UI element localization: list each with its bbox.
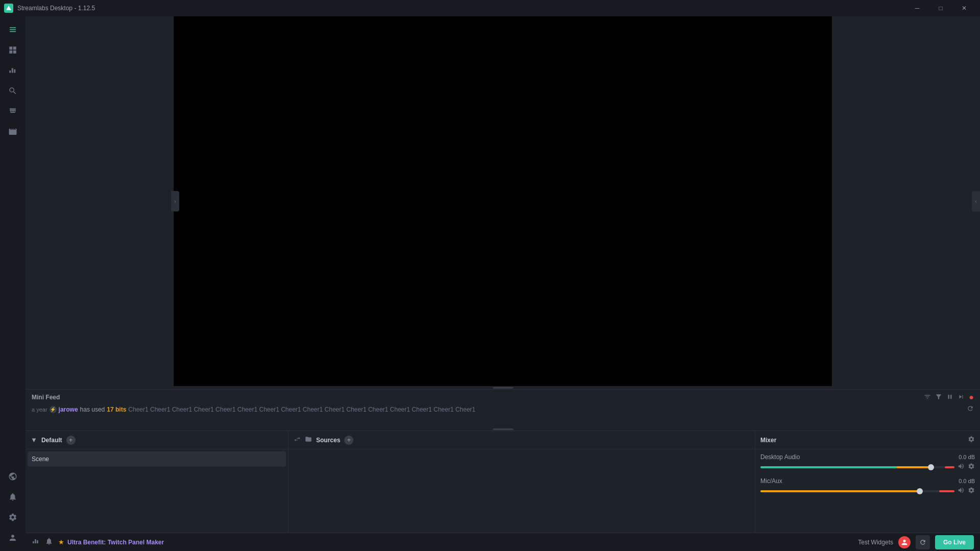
sidebar-item-notifications[interactable] [4,488,22,506]
titlebar: Streamlabs Desktop - 1.12.5 ─ □ ✕ [0,0,980,16]
test-avatar[interactable] [898,536,911,548]
bottom-panels: ▼ Default + Scene Sources [26,430,980,533]
preview-area: › ‹ [26,16,980,386]
mixer-track-desktop-name: Desktop Audio [760,453,800,461]
svg-rect-0 [9,46,12,50]
mixer-track-mic-header: Mic/Aux 0.0 dB [760,477,975,485]
mixer-header: Mixer [755,431,980,449]
sources-title: Sources [316,437,340,444]
sidebar-item-stats[interactable] [4,61,22,80]
mixer-track-desktop-db: 0.0 dB [959,454,975,460]
sources-transition-icon[interactable] [294,436,301,444]
filter-icon[interactable] [924,393,931,402]
mini-feed-controls: ● [924,393,974,402]
sidebar-item-settings[interactable] [4,508,22,526]
sidebar-item-dashboard[interactable] [4,41,22,59]
svg-rect-2 [9,51,12,54]
mixer-desktop-fill [760,466,931,468]
close-button[interactable]: ✕ [952,0,976,16]
main-container: › ‹ Mini Feed [0,16,980,551]
feed-event-icon: ⚡ [50,406,57,413]
funnel-icon[interactable] [935,393,942,402]
bell-icon[interactable] [45,537,53,547]
feed-message: Cheer1 Cheer1 Cheer1 Cheer1 Cheer1 Cheer… [128,406,475,413]
collapse-right-toggle[interactable]: ‹ [972,191,980,211]
mini-feed-title: Mini Feed [32,394,60,401]
scenes-header: ▼ Default + [26,431,288,449]
mini-feed-header: Mini Feed ● [26,390,980,404]
status-left: ★ Ultra Benefit: Twitch Panel Maker [32,537,164,547]
sidebar-item-media[interactable] [4,123,22,141]
test-widgets-label: Test Widgets [858,539,893,546]
mixer-track-desktop-header: Desktop Audio 0.0 dB [760,453,975,461]
mixer-track-mic-controls [760,487,975,495]
app-icon [4,4,13,13]
sources-list [289,449,755,533]
collapse-left-toggle[interactable]: › [171,191,179,211]
mixer-settings-icon[interactable] [968,436,975,444]
mixer-desktop-thumb[interactable] [928,464,934,470]
ultra-benefit-text[interactable]: Ultra Benefit: Twitch Panel Maker [67,539,164,546]
right-panel [832,16,980,386]
maximize-button[interactable]: □ [929,0,952,16]
mixer-track-desktop-controls [760,463,975,471]
svg-rect-1 [13,46,16,50]
mixer-desktop-slider-bg [760,466,954,468]
mixer-mic-thumb[interactable] [917,488,923,494]
sidebar-item-studio[interactable] [4,20,22,39]
sources-add-button[interactable]: + [344,436,353,445]
mixer-mic-settings-icon[interactable] [968,487,975,495]
skip-icon[interactable] [958,393,965,402]
ultra-benefit-banner: ★ Ultra Benefit: Twitch Panel Maker [58,538,164,546]
mixer-track-desktop: Desktop Audio 0.0 dB [760,453,975,471]
titlebar-controls: ─ □ ✕ [905,0,976,16]
sidebar [0,16,26,551]
indicator-dot-feed: ● [969,393,974,402]
mini-feed-content: a year ⚡ jarowe has used 17 bits Cheer1 … [26,404,980,417]
sidebar-item-integrations[interactable] [4,467,22,486]
feed-refresh-icon[interactable] [967,405,974,414]
status-bar: ★ Ultra Benefit: Twitch Panel Maker Test… [26,533,980,551]
resize-handle-bar [493,387,513,389]
ultra-star-icon: ★ [58,538,64,546]
sidebar-bottom [4,467,22,547]
resize-handle-bar-2 [493,428,513,430]
mixer-mic-volume-icon[interactable] [958,487,965,495]
sidebar-item-store[interactable] [4,102,22,121]
sources-header: Sources + [289,431,755,449]
scenes-title: Default [41,437,62,444]
scenes-add-button[interactable]: + [66,436,76,445]
mixer-mic-slider-bg [760,490,954,492]
scene-item[interactable]: Scene [28,451,286,467]
minimize-button[interactable]: ─ [905,0,929,16]
mixer-desktop-volume-icon[interactable] [958,463,965,471]
sources-folder-icon[interactable] [305,436,312,444]
sources-section: Sources + [289,431,755,533]
sidebar-item-profile[interactable] [4,529,22,547]
titlebar-title: Streamlabs Desktop - 1.12.5 [17,5,95,12]
mixer-section: Mixer Desktop Audio 0.0 dB [755,431,980,533]
go-live-button[interactable]: Go Live [935,535,974,549]
sidebar-item-tools[interactable] [4,82,22,100]
mixer-mic-slider[interactable] [760,487,954,495]
pause-icon[interactable] [946,393,953,402]
mixer-title: Mixer [760,437,776,444]
preview-canvas [174,16,832,386]
scenes-list: Scene [26,449,288,533]
scenes-section: ▼ Default + Scene [26,431,289,533]
reset-button[interactable] [916,535,930,549]
chart-icon[interactable] [32,537,40,547]
feed-action: has used [80,406,105,413]
mini-feed: Mini Feed ● [26,389,980,427]
mixer-desktop-overflow [945,466,954,468]
feed-amount: 17 bits [107,406,126,413]
content: › ‹ Mini Feed [26,16,980,551]
status-right: Test Widgets Go Live [858,535,974,549]
scenes-left-panel [26,16,174,386]
scenes-collapse-icon[interactable]: ▼ [31,436,37,444]
mixer-desktop-settings-icon[interactable] [968,463,975,471]
titlebar-left: Streamlabs Desktop - 1.12.5 [4,4,95,13]
mixer-desktop-slider[interactable] [760,463,954,471]
feed-username: jarowe [59,406,78,413]
mixer-track-mic-name: Mic/Aux [760,477,782,485]
